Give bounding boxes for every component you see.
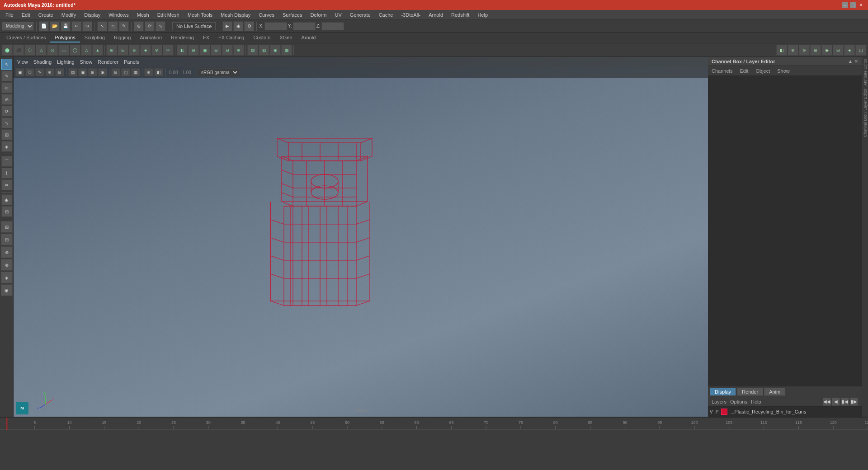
cb-tab-object[interactable]: Object bbox=[754, 67, 772, 75]
shelf-fill-hole[interactable]: ◈ bbox=[140, 45, 151, 56]
left-panel-4[interactable]: ⊗ bbox=[1, 259, 13, 271]
menu-mesh-display[interactable]: Mesh Display bbox=[217, 11, 254, 19]
vp-isolate-btn[interactable]: ◧ bbox=[154, 68, 163, 76]
viewport[interactable]: View Shading Lighting Show Renderer Pane… bbox=[14, 57, 708, 417]
dp-tab-anim[interactable]: Anim bbox=[764, 388, 785, 396]
vp-tb-btn1[interactable]: ▣ bbox=[15, 68, 24, 76]
left-panel-3[interactable]: ⊕ bbox=[1, 246, 13, 258]
menu-deform[interactable]: Deform bbox=[307, 11, 330, 19]
gamma-selector[interactable]: sRGB gamma bbox=[197, 68, 239, 76]
universal-manipulator[interactable]: ⊞ bbox=[1, 129, 12, 140]
shelf-combine[interactable]: ▤ bbox=[247, 45, 258, 56]
shelf-smooth[interactable]: ◉ bbox=[270, 45, 281, 56]
mode-selector[interactable]: Modeling bbox=[2, 22, 34, 31]
vp-lighting-btn[interactable]: ◉ bbox=[98, 68, 107, 76]
menu-mesh-tools[interactable]: Mesh Tools bbox=[184, 11, 216, 19]
channel-box-expand[interactable]: ▲ bbox=[848, 59, 853, 64]
menu-3dto-all[interactable]: -3DtoAll- bbox=[397, 11, 424, 19]
left-panel-2[interactable]: ⊟ bbox=[1, 234, 13, 245]
dp-sub-options[interactable]: Options bbox=[730, 399, 747, 404]
ep-curve[interactable]: ⌇ bbox=[1, 168, 12, 179]
left-panel-5[interactable]: ◈ bbox=[1, 272, 13, 283]
menu-create[interactable]: Create bbox=[35, 11, 57, 19]
layer-color-swatch[interactable] bbox=[721, 409, 727, 415]
layer-v-toggle[interactable]: V bbox=[710, 409, 713, 414]
shelf-bridge[interactable]: ⊟ bbox=[118, 45, 128, 56]
menu-edit[interactable]: Edit bbox=[18, 11, 34, 19]
vp-camera-btn[interactable]: ◫ bbox=[121, 68, 130, 76]
y-input[interactable] bbox=[293, 22, 316, 30]
shelf-merge[interactable]: ⊗ bbox=[151, 45, 162, 56]
layer-prev-btn[interactable]: ◀ bbox=[832, 398, 840, 406]
open-scene-button[interactable]: 📂 bbox=[50, 21, 60, 31]
dp-tab-display[interactable]: Display bbox=[710, 388, 736, 396]
layer-step-fwd-btn[interactable]: ▮▶ bbox=[850, 398, 858, 406]
left-panel-1[interactable]: ⊞ bbox=[1, 221, 13, 233]
vp-textured-btn[interactable]: ⊞ bbox=[88, 68, 97, 76]
z-input[interactable] bbox=[321, 22, 344, 30]
shelf-xray[interactable]: ⊗ bbox=[799, 45, 810, 56]
menu-curves[interactable]: Curves bbox=[255, 11, 278, 19]
tab-arnold[interactable]: Arnold bbox=[297, 33, 321, 42]
render-settings[interactable]: ⚙ bbox=[244, 21, 254, 31]
tab-sculpting[interactable]: Sculpting bbox=[80, 33, 109, 42]
select-tool[interactable]: ↖ bbox=[97, 21, 107, 31]
shelf-prism[interactable]: △ bbox=[81, 45, 92, 56]
menu-surfaces[interactable]: Surfaces bbox=[279, 11, 306, 19]
shelf-extrude[interactable]: ⊞ bbox=[106, 45, 117, 56]
menu-redshift[interactable]: Redshift bbox=[448, 11, 473, 19]
shelf-insert-loop[interactable]: ⊞ bbox=[211, 45, 222, 56]
menu-help[interactable]: Help bbox=[474, 11, 491, 19]
shelf-pyramid[interactable]: ▲ bbox=[92, 45, 103, 56]
shelf-disk[interactable]: ◯ bbox=[70, 45, 80, 56]
shelf-split[interactable]: ✂ bbox=[163, 45, 174, 56]
vp-tb-btn2[interactable]: ⬡ bbox=[25, 68, 34, 76]
menu-cache[interactable]: Cache bbox=[375, 11, 397, 19]
shelf-connect[interactable]: ⊕ bbox=[233, 45, 244, 56]
vp-menu-shading[interactable]: Shading bbox=[33, 59, 52, 65]
dp-sub-help[interactable]: Help bbox=[751, 399, 761, 404]
vp-tb-btn3[interactable]: ✎ bbox=[35, 68, 44, 76]
menu-mesh[interactable]: Mesh bbox=[133, 11, 153, 19]
move-tool-btn[interactable]: ⊕ bbox=[1, 94, 12, 105]
undo-button[interactable]: ↩ bbox=[71, 21, 81, 31]
left-panel-6[interactable]: ◉ bbox=[1, 284, 13, 296]
channel-box-close[interactable]: ✕ bbox=[854, 59, 858, 64]
redo-button[interactable]: ↪ bbox=[82, 21, 92, 31]
timeline-ruler[interactable]: 5 10 15 20 25 30 35 40 bbox=[0, 418, 868, 470]
tab-fx[interactable]: FX bbox=[198, 33, 214, 42]
vp-snap-btn[interactable]: ⊕ bbox=[144, 68, 153, 76]
rotate-tool[interactable]: ⟳ bbox=[145, 21, 155, 31]
tab-custom[interactable]: Custom bbox=[249, 33, 275, 42]
menu-arnold[interactable]: Arnold bbox=[425, 11, 447, 19]
vp-shaded-btn[interactable]: ▣ bbox=[78, 68, 87, 76]
shelf-cube[interactable]: ⬛ bbox=[13, 45, 24, 56]
lasso-select-btn[interactable]: ⊂ bbox=[1, 82, 12, 93]
close-button[interactable]: ✕ bbox=[858, 2, 864, 8]
scale-tool-btn[interactable]: ⤡ bbox=[1, 118, 12, 128]
shelf-reduce[interactable]: ▦ bbox=[281, 45, 292, 56]
menu-edit-mesh[interactable]: Edit Mesh bbox=[154, 11, 183, 19]
layer-first-btn[interactable]: ◀◀ bbox=[823, 398, 831, 406]
paint-tool[interactable]: ✎ bbox=[119, 21, 129, 31]
dp-sub-layers[interactable]: Layers bbox=[712, 399, 726, 404]
shelf-solid[interactable]: ◉ bbox=[821, 45, 832, 56]
layer-p-toggle[interactable]: P bbox=[716, 409, 719, 414]
cb-tab-channels[interactable]: Channels bbox=[710, 67, 734, 75]
minimize-button[interactable]: ─ bbox=[842, 2, 848, 8]
menu-windows[interactable]: Windows bbox=[105, 11, 132, 19]
vp-menu-view[interactable]: View bbox=[17, 59, 28, 65]
vp-wireframe-btn[interactable]: ▤ bbox=[68, 68, 77, 76]
shelf-cylinder[interactable]: ⬡ bbox=[24, 45, 35, 56]
tab-polygons[interactable]: Polygons bbox=[50, 33, 80, 42]
menu-display[interactable]: Display bbox=[80, 11, 104, 19]
curve-tool[interactable]: ⌒ bbox=[1, 156, 12, 167]
paint-select-btn[interactable]: ✎ bbox=[1, 70, 12, 81]
shelf-crease[interactable]: ◫ bbox=[855, 45, 866, 56]
tab-rigging[interactable]: Rigging bbox=[109, 33, 135, 42]
shelf-loop[interactable]: ⊞ bbox=[188, 45, 199, 56]
save-scene-button[interactable]: 💾 bbox=[61, 21, 71, 31]
vp-menu-panels[interactable]: Panels bbox=[124, 59, 139, 65]
soft-mod-tool[interactable]: ◈ bbox=[1, 141, 12, 152]
shelf-append[interactable]: ⊕ bbox=[129, 45, 140, 56]
